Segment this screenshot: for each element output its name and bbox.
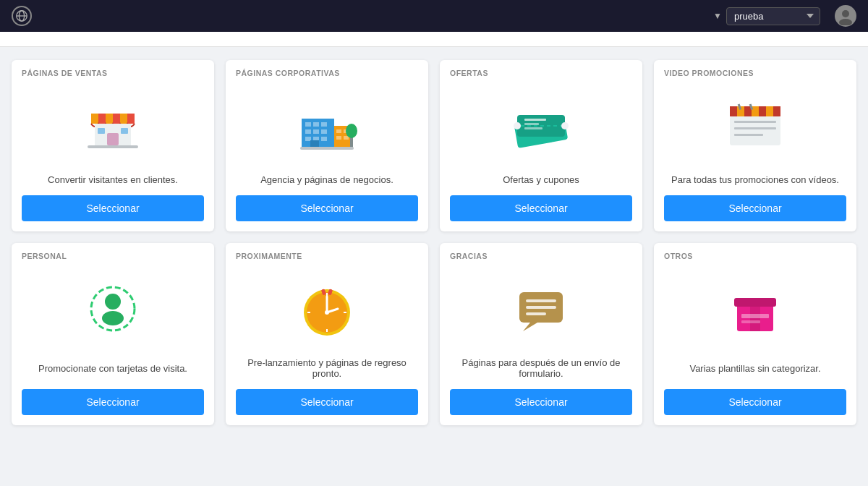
svg-point-4 — [839, 19, 852, 25]
svg-rect-31 — [336, 136, 341, 140]
nav-links — [49, 13, 696, 19]
svg-rect-41 — [524, 119, 546, 121]
card-category-proximamente: PROXIMAMENTE — [236, 252, 302, 260]
card-body-ventas: PÁGINAS DE VENTAS Convertir visitantes e… — [12, 60, 214, 195]
svg-rect-8 — [106, 114, 113, 124]
svg-rect-15 — [121, 128, 128, 134]
card-body-otros: OTROS Varias plantillas sin categorizar. — [654, 243, 856, 389]
card-description-corporativas: Agencia y páginas de negocios. — [258, 174, 396, 185]
card-illustration-video — [664, 86, 846, 166]
globe-icon[interactable] — [12, 6, 32, 26]
card-proximamente: PROXIMAMENTE Pre-lanzamiento y páginas d… — [226, 243, 428, 425]
card-illustration-proximamente — [236, 269, 418, 349]
card-category-ventas: PÁGINAS DE VENTAS — [22, 69, 108, 77]
card-footer-proximamente: Seleccionar — [226, 389, 428, 425]
card-footer-gracias: Seleccionar — [440, 389, 642, 425]
card-category-corporativas: PÁGINAS CORPORATIVAS — [236, 69, 340, 77]
card-description-ofertas: Ofertas y cupones — [500, 174, 582, 185]
card-body-proximamente: PROXIMAMENTE Pre-lanzamiento y páginas d… — [226, 243, 428, 389]
svg-point-59 — [105, 294, 121, 310]
svg-point-60 — [102, 311, 124, 325]
main-content: PÁGINAS DE VENTAS Convertir visitantes e… — [0, 47, 868, 438]
card-footer-ofertas: Seleccionar — [440, 195, 642, 231]
svg-point-34 — [346, 124, 357, 138]
card-illustration-gracias — [450, 269, 632, 349]
svg-rect-6 — [91, 114, 98, 124]
card-description-video: Para todas tus promociones con vídeos. — [668, 174, 842, 185]
svg-rect-10 — [120, 114, 127, 124]
card-body-video: VIDEO PROMOCIONES Para todas tus promoci… — [654, 60, 856, 195]
svg-rect-54 — [734, 127, 776, 129]
select-button-gracias[interactable]: Seleccionar — [450, 389, 632, 415]
svg-point-39 — [561, 122, 569, 129]
svg-rect-23 — [321, 129, 327, 134]
svg-rect-16 — [88, 145, 138, 148]
card-category-video: VIDEO PROMOCIONES — [664, 69, 754, 77]
workspace-select[interactable]: prueba — [726, 7, 820, 25]
svg-rect-53 — [734, 121, 776, 123]
select-button-corporativas[interactable]: Seleccionar — [236, 195, 418, 221]
card-ventas: PÁGINAS DE VENTAS Convertir visitantes e… — [12, 60, 214, 231]
navbar: ▼ prueba — [0, 0, 868, 32]
card-personal: PERSONAL Promocionate con tarjetas de vi… — [12, 243, 214, 425]
svg-rect-74 — [526, 299, 556, 302]
select-button-video[interactable]: Seleccionar — [664, 195, 846, 221]
select-button-otros[interactable]: Seleccionar — [664, 389, 846, 415]
svg-rect-18 — [305, 122, 311, 127]
svg-rect-9 — [113, 114, 120, 124]
card-description-personal: Promocionate con tarjetas de visita. — [35, 357, 190, 379]
svg-marker-73 — [523, 323, 537, 331]
svg-rect-76 — [526, 312, 546, 315]
svg-rect-19 — [313, 122, 319, 127]
svg-point-38 — [514, 122, 521, 129]
select-button-ofertas[interactable]: Seleccionar — [450, 195, 632, 221]
card-footer-corporativas: Seleccionar — [226, 195, 428, 231]
svg-rect-45 — [730, 106, 737, 116]
card-illustration-otros — [664, 269, 846, 349]
card-body-ofertas: OFERTAS Ofertas y cupones — [440, 60, 642, 195]
svg-rect-22 — [313, 129, 319, 134]
card-illustration-corporativas — [236, 86, 418, 166]
svg-rect-26 — [321, 137, 327, 141]
card-description-proximamente: Pre-lanzamiento y páginas de regreso pro… — [236, 357, 418, 379]
card-footer-otros: Seleccionar — [654, 389, 856, 425]
card-category-personal: PERSONAL — [22, 252, 67, 260]
avatar[interactable] — [835, 5, 856, 27]
card-gracias: GRACIAS Páginas para después de un envío… — [440, 243, 642, 425]
svg-rect-50 — [766, 106, 773, 116]
svg-rect-11 — [127, 114, 135, 124]
card-description-gracias: Páginas para después de un envío de form… — [450, 357, 632, 379]
card-category-gracias: GRACIAS — [450, 252, 488, 260]
svg-rect-81 — [741, 320, 760, 323]
cards-grid: PÁGINAS DE VENTAS Convertir visitantes e… — [12, 60, 856, 425]
svg-rect-24 — [305, 137, 311, 141]
svg-rect-13 — [107, 133, 119, 145]
card-body-corporativas: PÁGINAS CORPORATIVAS Agencia y páginas d… — [226, 60, 428, 195]
card-otros: OTROS Varias plantillas sin categorizar.… — [654, 243, 856, 425]
card-body-personal: PERSONAL Promocionate con tarjetas de vi… — [12, 243, 214, 389]
card-ofertas: OFERTAS Ofertas y cupones Seleccionar — [440, 60, 642, 231]
card-video: VIDEO PROMOCIONES Para todas tus promoci… — [654, 60, 856, 231]
svg-rect-21 — [305, 129, 311, 134]
select-button-personal[interactable]: Seleccionar — [22, 389, 204, 415]
card-footer-video: Seleccionar — [654, 195, 856, 231]
card-description-otros: Varias plantillas sin categorizar. — [686, 357, 823, 379]
card-footer-personal: Seleccionar — [12, 389, 214, 425]
select-button-proximamente[interactable]: Seleccionar — [236, 389, 418, 415]
svg-point-3 — [842, 10, 849, 17]
navbar-right: ▼ prueba — [713, 5, 856, 27]
svg-rect-14 — [98, 128, 105, 134]
svg-rect-20 — [321, 122, 327, 127]
card-footer-ventas: Seleccionar — [12, 195, 214, 231]
svg-rect-43 — [524, 127, 542, 129]
svg-rect-80 — [741, 314, 769, 318]
svg-rect-55 — [734, 134, 763, 136]
card-description-ventas: Convertir visitantes en clientes. — [45, 174, 181, 185]
svg-rect-29 — [336, 129, 341, 133]
card-illustration-personal — [22, 269, 204, 349]
card-illustration-ventas — [22, 86, 204, 166]
select-button-ventas[interactable]: Seleccionar — [22, 195, 204, 221]
card-illustration-ofertas — [450, 86, 632, 166]
workspace-select-wrap: ▼ prueba — [713, 7, 820, 25]
card-category-otros: OTROS — [664, 252, 693, 260]
